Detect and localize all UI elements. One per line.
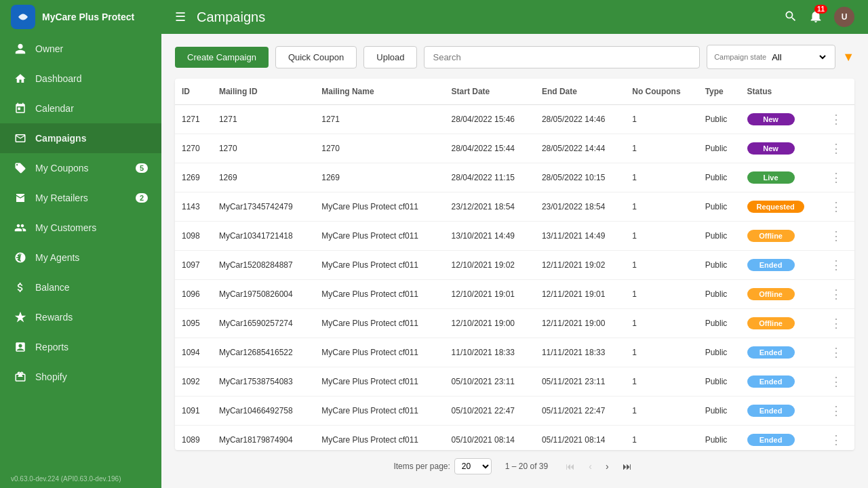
cell-end-date: 05/11/2021 08:14 — [535, 426, 625, 451]
sidebar-item-my-agents[interactable]: My Agents — [0, 243, 161, 272]
menu-icon[interactable]: ☰ — [175, 9, 186, 24]
cell-mailing-name: 1271 — [315, 105, 444, 134]
cell-status: Offline — [741, 280, 824, 309]
topbar-icons: 11 U — [784, 7, 854, 27]
col-mailing-name: Mailing Name — [315, 79, 444, 105]
cell-more: ⋮ — [823, 367, 854, 396]
row-more-button[interactable]: ⋮ — [830, 113, 843, 126]
table-row: 1143 MyCar17345742479 MyCare Plus Protec… — [175, 192, 854, 222]
cell-end-date: 23/01/2022 18:54 — [535, 192, 625, 222]
row-more-button[interactable]: ⋮ — [830, 346, 843, 359]
cell-status: Live — [741, 163, 824, 192]
row-more-button[interactable]: ⋮ — [830, 433, 843, 447]
sidebar-item-shopify[interactable]: Shopify — [0, 362, 161, 392]
table-row: 1094 MyCar12685416522 MyCare Plus Protec… — [175, 338, 854, 367]
cell-id: 1096 — [175, 280, 212, 309]
cell-mailing-name: MyCare Plus Protect cf011 — [315, 367, 444, 396]
cell-id: 1097 — [175, 251, 212, 280]
upload-button[interactable]: Upload — [363, 46, 417, 68]
cell-start-date: 11/10/2021 18:33 — [445, 338, 535, 367]
row-more-button[interactable]: ⋮ — [830, 142, 843, 155]
search-input[interactable] — [424, 46, 700, 68]
sidebar-label-calendar: Calendar — [35, 103, 74, 114]
cell-end-date: 05/11/2021 22:47 — [535, 396, 625, 426]
cell-id: 1271 — [175, 105, 212, 134]
sidebar-item-reports[interactable]: Reports — [0, 332, 161, 362]
row-more-button[interactable]: ⋮ — [830, 375, 843, 388]
page-first-button[interactable]: ⏮ — [561, 458, 579, 474]
sidebar-item-my-customers[interactable]: My Customers — [0, 213, 161, 243]
cell-no-coupons: 1 — [625, 105, 698, 134]
row-more-button[interactable]: ⋮ — [830, 404, 843, 418]
row-more-button[interactable]: ⋮ — [830, 317, 843, 330]
cell-no-coupons: 1 — [625, 134, 698, 163]
rewards-icon — [14, 310, 27, 324]
sidebar-item-my-coupons[interactable]: My Coupons 5 — [0, 153, 161, 183]
row-more-button[interactable]: ⋮ — [830, 287, 843, 301]
main-area: ☰ Campaigns 11 U Create Campaign Quick C… — [161, 0, 868, 488]
sidebar-label-my-agents: My Agents — [35, 252, 79, 263]
cell-more: ⋮ — [823, 134, 854, 163]
row-more-button[interactable]: ⋮ — [830, 200, 843, 214]
sidebar-item-campaigns[interactable]: Campaigns — [0, 123, 161, 153]
page-last-button[interactable]: ⏭ — [618, 458, 636, 474]
cell-status: Ended — [741, 426, 824, 451]
sidebar-item-dashboard[interactable]: Dashboard — [0, 64, 161, 94]
row-more-button[interactable]: ⋮ — [830, 229, 843, 243]
cell-no-coupons: 1 — [625, 396, 698, 426]
quick-coupon-button[interactable]: Quick Coupon — [275, 46, 357, 68]
cell-no-coupons: 1 — [625, 251, 698, 280]
campaigns-table-wrapper: ID Mailing ID Mailing Name Start Date En… — [175, 79, 854, 450]
cell-no-coupons: 1 — [625, 222, 698, 251]
row-more-button[interactable]: ⋮ — [830, 171, 843, 184]
cell-status: Offline — [741, 309, 824, 338]
notification-button[interactable]: 11 — [808, 9, 823, 26]
create-campaign-button[interactable]: Create Campaign — [175, 47, 269, 68]
sidebar-item-calendar[interactable]: Calendar — [0, 94, 161, 123]
items-per-page-wrapper: Items per page: 10 20 50 100 — [393, 458, 491, 474]
avatar[interactable]: U — [834, 7, 854, 27]
cell-start-date: 12/10/2021 19:01 — [445, 280, 535, 309]
page-prev-button[interactable]: ‹ — [585, 458, 596, 474]
cell-start-date: 23/12/2021 18:54 — [445, 192, 535, 222]
app-logo — [11, 5, 35, 29]
balance-icon — [14, 281, 27, 294]
col-type: Type — [698, 79, 741, 105]
cell-type: Public — [698, 309, 741, 338]
page-next-button[interactable]: › — [601, 458, 613, 474]
search-icon[interactable] — [784, 9, 797, 25]
sidebar-label-rewards: Rewards — [35, 312, 73, 323]
sidebar-item-my-retailers[interactable]: My Retailers 2 — [0, 183, 161, 213]
table-body: 1271 1271 1271 28/04/2022 15:46 28/05/20… — [175, 105, 854, 451]
cell-end-date: 12/11/2021 19:00 — [535, 309, 625, 338]
cell-type: Public — [698, 105, 741, 134]
retailers-icon — [14, 191, 27, 205]
table-row: 1091 MyCar10466492758 MyCare Plus Protec… — [175, 396, 854, 426]
items-per-page-select[interactable]: 10 20 50 100 — [454, 458, 492, 474]
cell-mailing-id: MyCar10466492758 — [212, 396, 315, 426]
col-actions — [823, 79, 854, 105]
cell-more: ⋮ — [823, 280, 854, 309]
sidebar-item-balance[interactable]: Balance — [0, 272, 161, 302]
filter-icon[interactable]: ▼ — [842, 50, 854, 64]
sidebar-label-my-retailers: My Retailers — [35, 192, 88, 203]
table-row: 1270 1270 1270 28/04/2022 15:44 28/05/20… — [175, 134, 854, 163]
cell-mailing-id: 1269 — [212, 163, 315, 192]
cell-type: Public — [698, 222, 741, 251]
cell-start-date: 28/04/2022 11:15 — [445, 163, 535, 192]
person-icon — [14, 42, 27, 56]
sidebar-item-owner[interactable]: Owner — [0, 34, 161, 64]
cell-end-date: 28/05/2022 14:46 — [535, 105, 625, 134]
items-per-page-label: Items per page: — [393, 462, 450, 471]
topbar: ☰ Campaigns 11 U — [161, 0, 868, 34]
table-row: 1096 MyCar19750826004 MyCare Plus Protec… — [175, 280, 854, 309]
cell-id: 1269 — [175, 163, 212, 192]
sidebar-item-rewards[interactable]: Rewards — [0, 302, 161, 332]
cell-type: Public — [698, 192, 741, 222]
sidebar-nav: Owner Dashboard Calendar Campaigns — [0, 34, 161, 470]
cell-status: New — [741, 105, 824, 134]
campaign-state-select[interactable]: All New Live Requested Offline Ended — [769, 52, 828, 63]
cell-mailing-id: MyCar17345742479 — [212, 192, 315, 222]
row-more-button[interactable]: ⋮ — [830, 258, 843, 272]
table-row: 1269 1269 1269 28/04/2022 11:15 28/05/20… — [175, 163, 854, 192]
